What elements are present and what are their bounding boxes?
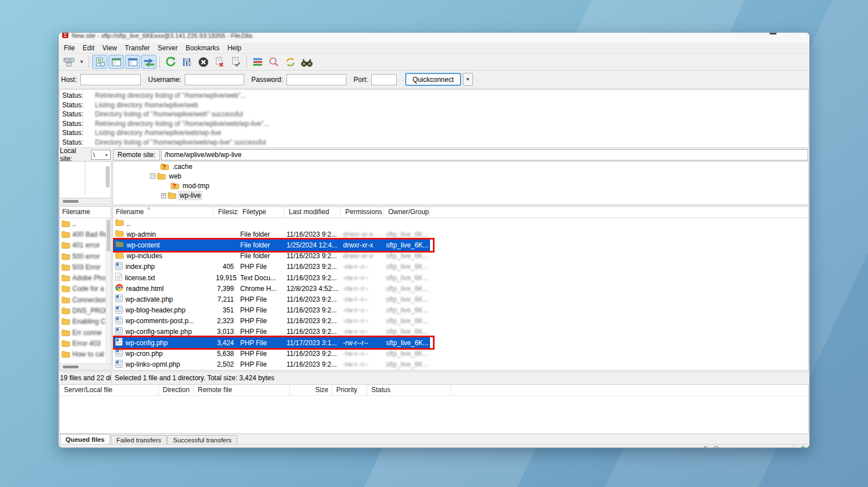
host-input[interactable]: [80, 74, 141, 85]
username-input[interactable]: [185, 74, 244, 85]
tree-item-wp-live[interactable]: +wp-live: [113, 191, 808, 201]
reconnect-icon[interactable]: [228, 55, 244, 69]
toggle-local-tree-icon[interactable]: [108, 55, 124, 69]
column-header-filesize[interactable]: Filesize: [214, 207, 238, 218]
menu-view[interactable]: View: [98, 44, 121, 53]
local-file-row[interactable]: Adobe Pho: [60, 272, 106, 283]
local-file-row[interactable]: ..: [60, 218, 106, 229]
remote-file-row-wp-activate-php[interactable]: wp-activate.php7,211PHP File11/16/2023 9…: [113, 294, 430, 305]
column-header-owner-group[interactable]: Owner/Group: [384, 207, 430, 218]
directory-compare-icon[interactable]: [266, 55, 281, 69]
filename-label: wp-activate.php: [125, 295, 173, 303]
password-input[interactable]: [287, 74, 346, 85]
remote-file-row-wp-blog-header-php[interactable]: wp-blog-header.php351PHP File11/16/2023 …: [113, 305, 430, 316]
perms-cell: drwxr-xr-x: [341, 252, 384, 260]
tab-successful-transfers[interactable]: Successful transfers: [167, 435, 237, 444]
local-tree-scrollbar[interactable]: [106, 166, 110, 188]
queue-column-size[interactable]: Size: [290, 385, 332, 395]
minimize-button[interactable]: [770, 33, 776, 34]
column-header-permissions[interactable]: Permissions: [341, 207, 384, 218]
local-site-combobox[interactable]: \▼: [91, 150, 111, 160]
local-file-row[interactable]: 400 Bad Re: [60, 229, 106, 240]
remote-file-row-index-php[interactable]: index.php405PHP File11/16/2023 9:2...-rw…: [113, 262, 430, 272]
column-header-last-modified[interactable]: Last modified: [284, 207, 341, 218]
filename-label: Enabling C: [72, 318, 106, 325]
menu-bookmarks[interactable]: Bookmarks: [181, 44, 223, 53]
toggle-queue-icon[interactable]: [141, 55, 157, 69]
disconnect-icon[interactable]: [212, 55, 227, 69]
speed-limit-icon[interactable]: [713, 446, 720, 448]
cancel-icon[interactable]: [196, 55, 211, 69]
local-file-row[interactable]: DNS_PROB: [60, 305, 106, 316]
status-label: Status:: [62, 92, 95, 101]
local-tree-hscrollbar[interactable]: [59, 198, 111, 205]
local-file-row[interactable]: Connection: [60, 294, 106, 305]
refresh-icon[interactable]: [163, 55, 178, 69]
column-header-filetype[interactable]: Filetype: [238, 207, 284, 218]
collapse-icon[interactable]: −: [150, 173, 155, 179]
menu-edit[interactable]: Edit: [79, 44, 98, 53]
tree-item-mod-tmp[interactable]: ?mod-tmp: [113, 181, 808, 190]
remote-file-row-wp-config-php[interactable]: wp-config.php3,424PHP File11/17/2023 3:1…: [113, 337, 430, 348]
type-cell: File folder: [238, 252, 284, 260]
tree-item-label: web: [168, 172, 183, 180]
remote-file-row-wp-includes[interactable]: wp-includesFile folder11/16/2023 9:2...d…: [113, 251, 430, 262]
queue-column-priority[interactable]: Priority: [332, 385, 367, 395]
local-file-row[interactable]: 503 Error: [60, 262, 106, 272]
size-cell: 7,211: [214, 295, 238, 303]
tab-queued-files[interactable]: Queued files: [60, 434, 110, 444]
local-file-row[interactable]: 500 error: [60, 251, 106, 262]
quickconnect-button[interactable]: Quickconnect: [405, 73, 461, 86]
port-input[interactable]: [371, 74, 397, 85]
toggle-log-icon[interactable]: [92, 55, 107, 69]
remote-file-row-wp-config-sample-php[interactable]: wp-config-sample.php3,013PHP File11/16/2…: [113, 327, 430, 337]
site-manager-dropdown-icon[interactable]: ▼: [77, 55, 86, 69]
menu-help[interactable]: Help: [223, 44, 245, 53]
process-queue-icon[interactable]: [179, 55, 194, 69]
expand-icon[interactable]: +: [161, 193, 166, 198]
queue-column-remote-file[interactable]: Remote file: [194, 385, 290, 395]
local-file-row[interactable]: 401 error: [60, 240, 106, 251]
local-filename-header[interactable]: Filename: [60, 207, 111, 218]
owner-cell: sftp_live_6K...: [384, 339, 430, 347]
site-manager-icon[interactable]: [61, 55, 76, 69]
remote-file-row-readme-html[interactable]: readme.html7,399Chrome H...12/8/2023 4:5…: [113, 283, 430, 294]
mod-cell: 11/16/2023 9:2...: [284, 231, 341, 238]
remote-file-row-wp-content[interactable]: wp-contentFile folder1/25/2024 12:4...dr…: [113, 240, 430, 250]
quickconnect-dropdown-icon[interactable]: ▼: [463, 73, 473, 86]
remote-file-row-license-txt[interactable]: license.txt19,915Text Docu...11/16/2023 …: [113, 272, 430, 283]
remote-path-input[interactable]: [161, 149, 808, 160]
menu-file[interactable]: File: [60, 44, 79, 53]
find-files-icon[interactable]: [299, 55, 314, 69]
sync-browsing-icon[interactable]: [283, 55, 298, 69]
queue-column-server-local-file[interactable]: Server/Local file: [60, 385, 159, 395]
filter-icon[interactable]: [250, 55, 265, 69]
filezilla-window: New site - sftp://sftp_live_6KExxx@3.141…: [58, 32, 810, 448]
tree-item-web[interactable]: −web: [113, 171, 808, 181]
queue-column-direction[interactable]: Direction: [159, 385, 194, 395]
local-file-row[interactable]: Code for a: [60, 284, 106, 294]
column-header-filename[interactable]: Filename∧: [113, 207, 214, 218]
remote-file-row-wp-comments-post-p-[interactable]: wp-comments-post.p...2,323PHP File11/16/…: [113, 316, 430, 327]
queue-column-spacer: [451, 385, 808, 395]
password-label: Password:: [251, 76, 283, 84]
local-file-row[interactable]: How to cal: [60, 349, 106, 360]
remote-file-row--[interactable]: ..: [113, 218, 430, 229]
local-list-scrollbar[interactable]: [106, 218, 111, 363]
local-file-row[interactable]: Err conne: [60, 327, 106, 338]
remote-file-row-wp-admin[interactable]: wp-adminFile folder11/16/2023 9:2...drwx…: [113, 229, 430, 240]
local-file-row[interactable]: Error 403: [60, 338, 106, 349]
local-list-hscrollbar[interactable]: [60, 363, 111, 370]
remote-file-row-wp-cron-php[interactable]: wp-cron.php5,638PHP File11/16/2023 9:2..…: [113, 348, 430, 359]
tab-failed-transfers[interactable]: Failed transfers: [111, 435, 167, 444]
toggle-remote-tree-icon[interactable]: [125, 55, 140, 69]
menu-server[interactable]: Server: [154, 44, 181, 53]
tree-item-label: wp-live: [179, 192, 202, 199]
local-file-row[interactable]: Enabling C: [60, 316, 106, 327]
queue-column-status[interactable]: Status: [367, 385, 451, 395]
title-bar[interactable]: New site - sftp://sftp_live_6KExxx@3.141…: [59, 33, 809, 43]
local-directory-tree[interactable]: [59, 161, 111, 198]
menu-transfer[interactable]: Transfer: [121, 44, 154, 53]
tree-item-.cache[interactable]: ?.cache: [113, 162, 808, 171]
remote-file-row-wp-links-opml-php[interactable]: wp-links-opml.php2,502PHP File11/16/2023…: [113, 359, 430, 369]
